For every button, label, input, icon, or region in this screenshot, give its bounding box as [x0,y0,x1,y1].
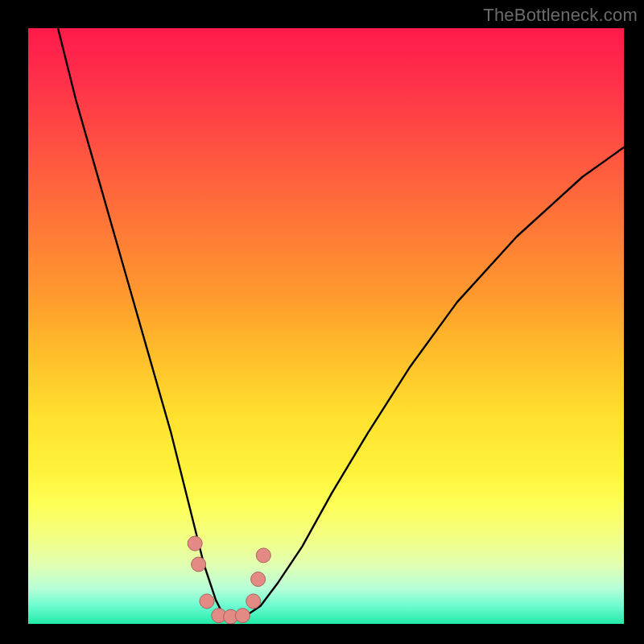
highlight-marker [200,594,214,609]
highlight-marker [235,609,250,623]
plot-area [28,28,624,624]
watermark-text: TheBottleneck.com [483,5,638,26]
chart-frame: TheBottleneck.com [0,0,644,644]
highlight-marker [256,548,270,563]
chart-svg [28,28,624,624]
curve-group [58,28,624,618]
highlight-marker [192,557,206,572]
bottleneck-curve [58,28,624,618]
highlight-marker [188,536,202,551]
highlight-marker [246,594,261,609]
highlight-marker [251,572,266,587]
